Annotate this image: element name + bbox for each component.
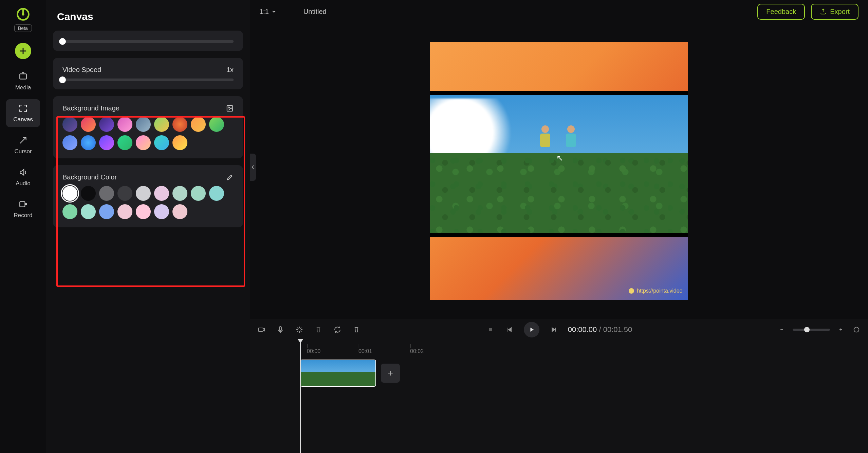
bg-image-swatch[interactable] <box>117 135 132 150</box>
trash-small-icon[interactable] <box>314 325 323 334</box>
preview-area: ↖ https://pointa.video <box>250 23 868 319</box>
bg-image-swatch[interactable] <box>81 135 96 150</box>
mic-icon[interactable] <box>276 325 285 334</box>
bg-image-swatch[interactable] <box>154 135 169 150</box>
bg-color-swatch[interactable] <box>136 204 151 219</box>
svg-rect-7 <box>258 328 263 331</box>
image-upload-icon[interactable] <box>226 105 234 112</box>
export-button[interactable]: Export <box>811 4 858 20</box>
export-icon <box>820 8 827 15</box>
canvas-icon <box>18 103 28 114</box>
zoom-out-button[interactable]: − <box>777 325 787 334</box>
svg-point-10 <box>854 327 859 332</box>
canvas-preview[interactable]: ↖ https://pointa.video <box>430 42 688 300</box>
bg-image-swatch[interactable] <box>81 117 96 132</box>
audio-icon <box>18 167 28 177</box>
timeline: 00:00.00 / 00:01.50 − + 00:00 00:01 00:0… <box>250 319 868 453</box>
nav-item-record[interactable]: Record <box>6 195 40 223</box>
bg-image-swatch[interactable] <box>191 117 206 132</box>
bg-color-swatch[interactable] <box>209 186 224 201</box>
stop-button[interactable] <box>486 325 495 334</box>
topbar: 1:1 Untitled Feedback Export <box>250 0 868 23</box>
svg-rect-2 <box>20 74 26 79</box>
bg-color-swatch[interactable] <box>62 186 77 201</box>
nav-item-audio[interactable]: Audio <box>6 163 40 191</box>
bg-color-swatch[interactable] <box>81 204 96 219</box>
ruler-tick: 00:02 <box>410 344 424 354</box>
bg-color-swatch[interactable] <box>117 186 132 201</box>
add-button[interactable] <box>15 43 31 59</box>
video-speed-value: 1x <box>226 66 234 74</box>
feedback-button[interactable]: Feedback <box>757 4 805 20</box>
bg-image-swatch[interactable] <box>154 117 169 132</box>
bg-image-swatch[interactable] <box>172 117 187 132</box>
delete-icon[interactable] <box>352 325 361 334</box>
video-clip[interactable]: ↖ <box>430 91 688 237</box>
bg-color-swatch[interactable] <box>191 186 206 201</box>
nav-label: Canvas <box>13 116 33 123</box>
bg-color-swatch[interactable] <box>62 204 77 219</box>
effects-icon[interactable] <box>295 325 304 334</box>
video-speed-card: Video Speed 1x <box>53 58 243 89</box>
nav-label: Media <box>15 84 31 91</box>
bg-image-swatch[interactable] <box>62 117 77 132</box>
ratio-value: 1:1 <box>259 8 269 16</box>
play-button[interactable] <box>524 322 539 337</box>
svg-rect-3 <box>20 202 25 207</box>
nav-item-canvas[interactable]: Canvas <box>6 99 40 127</box>
record-icon <box>18 199 28 209</box>
timeline-clip[interactable] <box>300 360 376 387</box>
bg-image-label: Background Image <box>62 104 119 112</box>
slider[interactable] <box>62 40 234 43</box>
bg-image-swatch[interactable] <box>136 117 151 132</box>
bg-image-swatch[interactable] <box>62 135 77 150</box>
zoom-in-button[interactable]: + <box>836 325 846 334</box>
settings-panel: Canvas Video Speed 1x Background Image B… <box>46 0 250 453</box>
bg-image-swatch[interactable] <box>136 135 151 150</box>
beta-badge: Beta <box>14 24 32 32</box>
nav-item-cursor[interactable]: Cursor <box>6 131 40 159</box>
watermark: https://pointa.video <box>629 288 682 294</box>
video-speed-slider[interactable] <box>62 79 234 81</box>
project-title[interactable]: Untitled <box>303 8 327 16</box>
background-image-card: Background Image <box>53 96 243 158</box>
nav-label: Record <box>14 212 33 219</box>
cursor-icon <box>18 135 28 145</box>
bg-color-swatch[interactable] <box>99 204 114 219</box>
bg-color-swatch[interactable] <box>99 186 114 201</box>
bg-image-swatch[interactable] <box>99 135 114 150</box>
svg-point-4 <box>25 204 27 205</box>
bg-color-swatch[interactable] <box>154 204 169 219</box>
bg-image-swatch[interactable] <box>209 117 224 132</box>
bg-color-swatch[interactable] <box>172 204 187 219</box>
bg-color-swatch[interactable] <box>172 186 187 201</box>
playhead[interactable] <box>300 341 301 453</box>
ruler-tick: 00:00 <box>307 344 320 354</box>
background-color-card: Background Color <box>53 165 243 227</box>
mouse-cursor-icon: ↖ <box>556 153 563 163</box>
bg-image-swatch[interactable] <box>99 117 114 132</box>
bg-image-swatch[interactable] <box>117 117 132 132</box>
add-clip-button[interactable]: + <box>381 364 400 383</box>
bg-color-swatch[interactable] <box>117 204 132 219</box>
nav-label: Audio <box>16 180 30 187</box>
next-frame-button[interactable] <box>549 325 558 334</box>
nav-item-media[interactable]: Media <box>6 67 40 95</box>
nav-label: Cursor <box>14 148 32 155</box>
refresh-icon[interactable] <box>333 325 342 334</box>
camera-icon[interactable] <box>257 325 266 334</box>
prev-frame-button[interactable] <box>505 325 514 334</box>
time-display: 00:00.00 / 00:01.50 <box>568 325 632 334</box>
zoom-slider[interactable] <box>793 329 830 331</box>
svg-point-6 <box>228 107 229 108</box>
bg-image-swatch[interactable] <box>172 135 187 150</box>
bg-color-swatch[interactable] <box>81 186 96 201</box>
bg-color-label: Background Color <box>62 173 117 181</box>
edit-color-icon[interactable] <box>226 174 234 181</box>
media-icon <box>18 71 28 82</box>
bg-color-swatch[interactable] <box>136 186 151 201</box>
timeline-ruler[interactable]: 00:00 00:01 00:02 <box>257 344 861 353</box>
aspect-ratio-selector[interactable]: 1:1 <box>259 8 276 16</box>
bg-color-swatch[interactable] <box>154 186 169 201</box>
zoom-fit-button[interactable] <box>852 325 861 334</box>
